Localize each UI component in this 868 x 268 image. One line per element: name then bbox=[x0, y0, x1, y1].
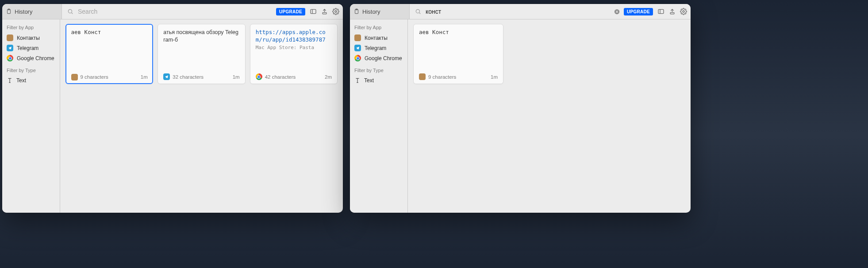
clip-meta: 9 characters bbox=[428, 74, 456, 80]
search-input[interactable] bbox=[77, 6, 273, 17]
telegram-icon bbox=[354, 45, 361, 51]
chrome-icon bbox=[354, 55, 361, 61]
filter-by-type-label: Filter by Type bbox=[7, 68, 55, 73]
clear-search-icon[interactable] bbox=[614, 8, 620, 15]
search-icon bbox=[415, 8, 421, 15]
clip-age: 1m bbox=[491, 74, 498, 80]
sidebar-item-contacts[interactable]: Контакты bbox=[5, 33, 57, 43]
svg-line-11 bbox=[419, 13, 421, 14]
toolbar-right: UPGRADE bbox=[62, 4, 343, 19]
sidebar-item-label: Telegram bbox=[365, 45, 386, 51]
clip-footer: 32 characters 1m bbox=[163, 73, 239, 80]
svg-rect-6 bbox=[323, 12, 326, 14]
search-input[interactable] bbox=[425, 6, 610, 17]
contacts-icon bbox=[419, 73, 426, 80]
sidebar-item-label: Telegram bbox=[17, 45, 38, 51]
sidebar-item-label: Контакты bbox=[365, 35, 388, 41]
chrome-icon bbox=[256, 73, 262, 80]
clip-footer: 42 characters 2m bbox=[256, 73, 332, 80]
clip-card[interactable]: https://apps.apple.com/ru/app/id14383897… bbox=[250, 24, 338, 84]
clip-link: https://apps.apple.com/ru/app/id14383897… bbox=[256, 29, 326, 43]
filter-by-app-label: Filter by App bbox=[354, 25, 403, 30]
svg-point-7 bbox=[335, 11, 337, 12]
clip-text: https://apps.apple.com/ru/app/id14383897… bbox=[256, 29, 332, 71]
clip-age: 2m bbox=[325, 74, 332, 80]
history-label: History bbox=[362, 8, 380, 15]
history-label: History bbox=[15, 8, 32, 15]
svg-rect-4 bbox=[311, 9, 316, 13]
content-area: аев Конст 9 characters 1m атья посвящена… bbox=[60, 19, 343, 213]
sidebar-item-label: Контакты bbox=[17, 35, 40, 41]
telegram-icon bbox=[7, 45, 13, 51]
contacts-icon bbox=[71, 74, 78, 80]
toolbar: History UPGRADE bbox=[350, 4, 691, 19]
clip-meta: 32 characters bbox=[173, 74, 204, 80]
sidebar-item-contacts[interactable]: Контакты bbox=[353, 33, 405, 43]
sidebar-item-telegram[interactable]: Telegram bbox=[353, 43, 405, 53]
text-type-icon bbox=[7, 77, 13, 84]
svg-point-16 bbox=[683, 11, 684, 12]
svg-point-2 bbox=[68, 9, 72, 13]
sidebar-item-type-text[interactable]: Text bbox=[5, 76, 57, 85]
clip-text: аев Конст bbox=[71, 29, 148, 71]
sidebar-item-label: Text bbox=[16, 77, 26, 84]
sidebar-item-telegram[interactable]: Telegram bbox=[5, 43, 57, 53]
sidebar: Filter by App Контакты Telegram Google C… bbox=[350, 19, 408, 213]
clipboard-icon bbox=[353, 8, 360, 15]
filter-by-app-label: Filter by App bbox=[7, 25, 55, 30]
sidebar: Filter by App Контакты Telegram Google C… bbox=[2, 19, 60, 213]
clip-card[interactable]: атья посвящена обзору Telegram-б 32 char… bbox=[157, 24, 245, 84]
toolbar-history-tab[interactable]: History bbox=[2, 4, 62, 19]
svg-rect-15 bbox=[670, 12, 674, 14]
sidebar-toggle-icon[interactable] bbox=[310, 8, 317, 15]
contacts-icon bbox=[354, 34, 361, 41]
svg-line-3 bbox=[72, 13, 73, 14]
pin-icon[interactable] bbox=[321, 8, 328, 15]
clip-subtitle: Mac App Store: Pasta bbox=[256, 45, 332, 51]
clip-card[interactable]: аев Конст 9 characters 1m bbox=[413, 24, 503, 84]
gear-icon[interactable] bbox=[332, 8, 339, 15]
sidebar-toggle-icon[interactable] bbox=[657, 8, 664, 15]
pasta-window-right: History UPGRADE bbox=[350, 4, 691, 213]
clip-card[interactable]: аев Конст 9 characters 1m bbox=[65, 24, 153, 84]
toolbar: History UPGRADE bbox=[2, 4, 343, 19]
content-area: аев Конст 9 characters 1m bbox=[408, 19, 691, 213]
clip-age: 1m bbox=[141, 74, 148, 80]
sidebar-item-type-text[interactable]: Text bbox=[353, 76, 405, 85]
upgrade-button[interactable]: UPGRADE bbox=[624, 8, 653, 15]
clip-age: 1m bbox=[233, 74, 240, 80]
clip-meta: 42 characters bbox=[265, 74, 296, 80]
upgrade-button[interactable]: UPGRADE bbox=[276, 8, 305, 15]
filter-by-type-label: Filter by Type bbox=[354, 68, 403, 73]
toolbar-right: UPGRADE bbox=[410, 4, 691, 19]
gear-icon[interactable] bbox=[680, 8, 687, 15]
sidebar-item-label: Text bbox=[364, 77, 374, 84]
clip-text: атья посвящена обзору Telegram-б bbox=[163, 29, 239, 71]
text-type-icon bbox=[354, 77, 361, 84]
clip-text: аев Конст bbox=[419, 29, 498, 71]
sidebar-item-chrome[interactable]: Google Chrome bbox=[353, 53, 405, 63]
svg-point-10 bbox=[416, 9, 419, 13]
chrome-icon bbox=[7, 55, 13, 61]
sidebar-item-label: Google Chrome bbox=[17, 55, 54, 61]
clip-footer: 9 characters 1m bbox=[419, 73, 498, 80]
search-icon bbox=[67, 8, 73, 15]
svg-rect-13 bbox=[658, 9, 664, 13]
clipboard-icon bbox=[6, 8, 12, 15]
contacts-icon bbox=[7, 34, 13, 41]
pasta-window-left: History UPGRADE bbox=[2, 4, 343, 213]
pin-icon[interactable] bbox=[669, 8, 676, 15]
clip-footer: 9 characters 1m bbox=[71, 74, 148, 80]
toolbar-history-tab[interactable]: History bbox=[350, 4, 410, 19]
sidebar-item-label: Google Chrome bbox=[365, 55, 402, 61]
telegram-icon bbox=[163, 73, 170, 80]
sidebar-item-chrome[interactable]: Google Chrome bbox=[5, 53, 57, 63]
clip-meta: 9 characters bbox=[81, 74, 108, 80]
